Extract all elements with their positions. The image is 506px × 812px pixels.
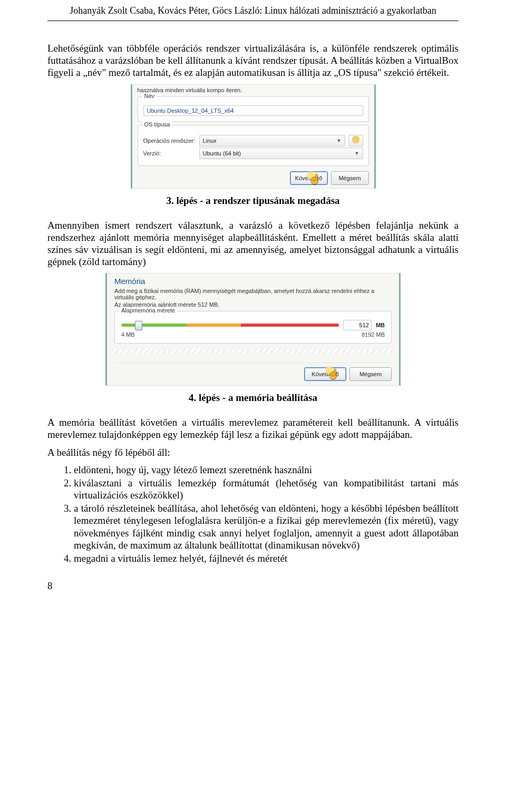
version-select-value: Ubuntu (64 bit) (203, 150, 241, 156)
list-item: megadni a virtuális lemez helyét, fájlne… (74, 552, 459, 564)
memory-groupbox-legend: Alapmemória mérete (119, 307, 177, 314)
screenshot-vm-name-os: használva minden virtuális kompo iteren.… (131, 84, 376, 189)
slider-thumb-icon[interactable] (135, 321, 142, 330)
os-label: Operációs rendszer: (143, 138, 196, 144)
hint-text: használva minden virtuális kompo iteren. (138, 87, 369, 93)
memory-unit-label: MB (376, 322, 385, 328)
slider-max-label: 8192 MB (362, 331, 385, 338)
figure-caption-3: 3. lépés - a rendszer tipusának megadása (47, 195, 459, 207)
page-header: Johanyák Zsolt Csaba, Kovács Péter, Göcs… (47, 0, 459, 16)
torn-edge-decoration (112, 346, 394, 353)
list-item: a tároló részleteinek beállítása, ahol l… (74, 502, 459, 551)
header-rule (47, 21, 459, 21)
list-item: eldönteni, hogy új, vagy létező lemezt s… (74, 464, 459, 476)
chevron-down-icon: ▼ (355, 151, 359, 156)
name-groupbox: Név (138, 96, 369, 122)
screenshot-memory: Memória Add meg a fizikai memória (RAM) … (105, 273, 401, 386)
os-type-groupbox-legend: OS típusa (142, 121, 172, 128)
os-select[interactable]: Linux ▼ (199, 135, 345, 146)
version-label: Verzió: (143, 150, 196, 156)
name-groupbox-legend: Név (142, 93, 157, 99)
chevron-down-icon: ▼ (337, 138, 342, 143)
next-button[interactable]: Következő (304, 367, 346, 381)
cancel-button[interactable]: Mégsem (349, 367, 392, 381)
vm-name-input[interactable] (143, 105, 363, 116)
page-number: 8 (47, 580, 53, 592)
cancel-button[interactable]: Mégsem (331, 171, 369, 185)
paragraph-3: A memória beállítást követően a virtuáli… (47, 416, 459, 441)
memory-value-input[interactable] (343, 320, 372, 330)
paragraph-1: Lehetőségünk van többféle operációs rend… (47, 42, 459, 79)
memory-groupbox: Alapmemória mérete MB 4 MB 8192 MB (114, 311, 392, 344)
slider-min-label: 4 MB (121, 331, 135, 338)
memory-desc-1: Add meg a fizikai memória (RAM) mennyisé… (114, 288, 392, 300)
slider-rail (121, 324, 339, 327)
paragraph-4: A beállítás négy fő lépéből áll: (47, 446, 459, 458)
version-select[interactable]: Ubuntu (64 bit) ▼ (199, 148, 363, 159)
paragraph-2: Amennyiben ismert rendszert választunk, … (47, 219, 459, 268)
memory-slider[interactable] (121, 320, 339, 330)
memory-title: Memória (114, 277, 392, 286)
next-button[interactable]: Következő (290, 171, 328, 185)
figure-caption-4: 4. lépés - a memória beállítása (47, 392, 459, 404)
list-item: kiválasztani a virtuális lemezkép formát… (74, 477, 459, 501)
os-select-value: Linux (203, 138, 217, 144)
os-type-groupbox: OS típusa Operációs rendszer: Linux ▼ Ve… (138, 125, 369, 166)
steps-list: eldönteni, hogy új, vagy létező lemezt s… (47, 464, 459, 564)
os-icon (348, 135, 363, 146)
